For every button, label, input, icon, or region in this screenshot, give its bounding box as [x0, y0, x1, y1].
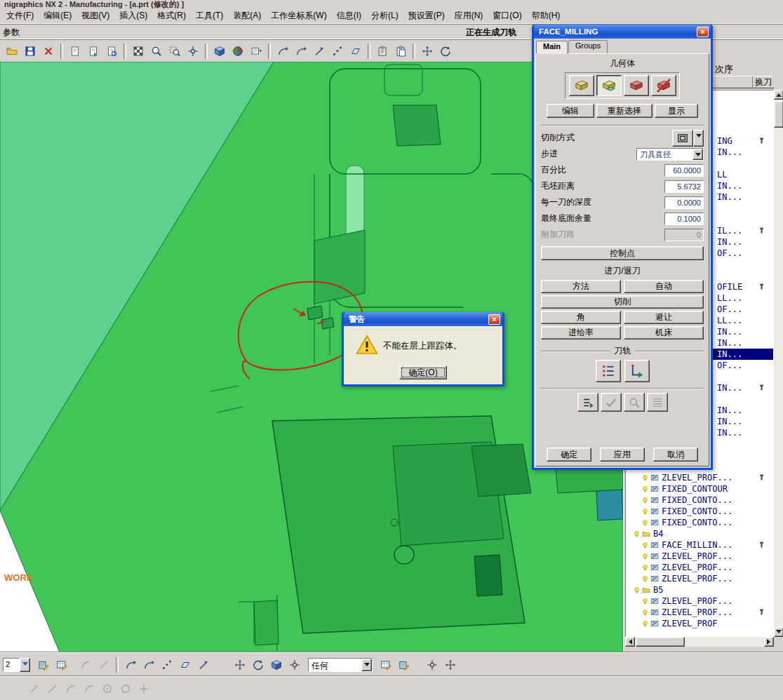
lamp-icon[interactable]	[641, 620, 649, 628]
navigator-row-op[interactable]: ZLEVEL_PROF...	[626, 562, 773, 573]
save-icon[interactable]	[21, 42, 39, 60]
rotate-view-icon[interactable]	[436, 42, 455, 60]
operation-edit-icon[interactable]	[53, 656, 71, 674]
menu-item-8[interactable]: 工作坐标系(W)	[266, 8, 331, 23]
zoom-window-icon[interactable]	[166, 42, 184, 60]
vertical-scrollbar[interactable]	[774, 90, 783, 637]
apply-button[interactable]: 应用	[600, 447, 645, 462]
arc-icon[interactable]	[62, 680, 80, 698]
scroll-right-button[interactable]	[764, 637, 774, 647]
method-button[interactable]: 方法	[541, 280, 621, 293]
view-refresh-icon[interactable]	[66, 42, 84, 60]
point-constructor-icon[interactable]	[158, 656, 176, 674]
scroll-left-button[interactable]	[625, 637, 635, 647]
menu-item-5[interactable]: 格式(R)	[152, 8, 191, 23]
menu-item-10[interactable]: 分析(L)	[366, 8, 403, 23]
arc-2-icon[interactable]	[80, 680, 98, 698]
lamp-icon[interactable]	[641, 508, 649, 516]
scroll-up-button[interactable]	[774, 90, 783, 100]
menu-item-9[interactable]: 信息(I)	[332, 8, 366, 23]
curve-rule-icon[interactable]	[274, 42, 292, 60]
toolpath-gouge-check-icon[interactable]	[624, 393, 645, 412]
navigator-row-op[interactable]: ZLEVEL_PROF...	[626, 573, 773, 584]
point-tool-icon[interactable]	[328, 42, 347, 60]
lamp-icon[interactable]	[641, 609, 649, 617]
menu-item-14[interactable]: 帮助(H)	[527, 8, 566, 23]
warning-titlebar[interactable]: 警告 ×	[344, 312, 502, 326]
menu-item-3[interactable]: 视图(V)	[76, 8, 114, 23]
corner-button[interactable]: 角	[541, 311, 621, 324]
avoidance-button[interactable]: 避让	[624, 311, 704, 324]
edge-rule-icon[interactable]	[292, 42, 310, 60]
feed-rate-button[interactable]: 进给率	[541, 326, 621, 339]
lamp-icon[interactable]	[641, 575, 649, 583]
final-floor-stock-field[interactable]: 0.1000	[664, 213, 704, 225]
tab-main[interactable]: Main	[536, 41, 568, 54]
geometry-check-icon[interactable]	[624, 75, 649, 96]
column-tool-change[interactable]: 换刀	[752, 76, 774, 88]
geometry-blank-icon[interactable]	[596, 75, 622, 96]
lamp-icon[interactable]	[641, 485, 649, 493]
menu-item-12[interactable]: 应用(N)	[450, 8, 488, 23]
menu-item-1[interactable]: 文件(F)	[1, 8, 39, 23]
geometry-part-icon[interactable]	[569, 75, 594, 96]
stepover-dropdown[interactable]	[692, 149, 703, 160]
open-icon[interactable]	[3, 42, 21, 60]
shaded-view-icon[interactable]	[210, 42, 229, 60]
navigator-row-group[interactable]: B4	[626, 528, 773, 539]
horizontal-scroll-thumb[interactable]	[636, 637, 685, 647]
delete-icon[interactable]	[39, 42, 58, 60]
view-layout-icon[interactable]	[247, 42, 265, 60]
menu-item-11[interactable]: 预设置(P)	[403, 8, 450, 23]
percent-field[interactable]: 60.0000	[664, 164, 704, 177]
navigator-row-op[interactable]: ZLEVEL_PROF...	[626, 607, 773, 618]
cut-method-combo[interactable]	[672, 130, 704, 147]
snap-point-icon[interactable]	[286, 656, 304, 674]
lamp-icon[interactable]	[641, 598, 649, 605]
line-2-icon[interactable]	[44, 680, 62, 698]
horizontal-scrollbar[interactable]	[625, 637, 774, 647]
tool-edit-icon[interactable]	[34, 656, 53, 674]
navigator-row-op[interactable]: ZLEVEL_PROF...	[626, 551, 773, 562]
close-icon[interactable]: ×	[488, 314, 500, 325]
lamp-icon[interactable]	[633, 530, 641, 538]
vector-tool-icon[interactable]	[310, 42, 328, 60]
lamp-icon[interactable]	[641, 553, 649, 560]
pan-icon[interactable]	[184, 42, 202, 60]
paste-icon[interactable]	[392, 42, 410, 60]
display-mode-icon[interactable]	[129, 42, 147, 60]
dynamic-wcs-icon[interactable]	[231, 656, 249, 674]
lamp-icon[interactable]	[633, 586, 641, 594]
menu-item-2[interactable]: 编辑(E)	[39, 8, 76, 23]
scroll-down-button[interactable]	[774, 627, 783, 637]
menu-item-7[interactable]: 装配(A)	[228, 8, 266, 23]
vector-constructor-icon[interactable]	[194, 656, 213, 674]
cut-method-dropdown[interactable]	[693, 130, 704, 147]
vertical-scroll-thumb[interactable]	[774, 101, 783, 128]
cancel-button[interactable]: 取消	[653, 447, 698, 462]
stepover-combo[interactable]: 刀具直径	[636, 148, 704, 161]
datum-plane-icon[interactable]	[176, 656, 194, 674]
toolpath-edit-icon[interactable]	[624, 360, 650, 382]
machine-button[interactable]: 机床	[624, 326, 704, 339]
lamp-icon[interactable]	[641, 541, 649, 549]
navigator-row-op[interactable]: ZLEVEL_PROF...	[626, 595, 773, 607]
toolpath-replay-icon[interactable]	[577, 393, 598, 412]
navigator-row-op[interactable]: FIXED_CONTOUR	[626, 483, 773, 494]
zoom-level-value[interactable]: 2	[3, 658, 20, 672]
rotate-wcs-icon[interactable]	[249, 656, 267, 674]
menu-item-4[interactable]: 插入(S)	[114, 8, 152, 23]
automatic-button[interactable]: 自动	[624, 280, 704, 293]
orient-view-icon[interactable]	[418, 42, 436, 60]
circle-icon[interactable]	[116, 680, 135, 698]
selection-filter-value[interactable]: 任何	[309, 659, 361, 671]
line-icon[interactable]	[25, 680, 44, 698]
selection-filter-dropdown[interactable]	[361, 659, 372, 671]
close-icon[interactable]: ×	[697, 27, 709, 37]
list-edit-icon[interactable]	[395, 656, 413, 674]
copy-icon[interactable]	[373, 42, 392, 60]
face-milling-titlebar[interactable]: FACE_MILLING ×	[534, 25, 711, 39]
wcs-orient-icon[interactable]	[267, 656, 286, 674]
edit-button[interactable]: 编辑	[547, 104, 594, 118]
toolpath-generate-icon[interactable]	[596, 360, 621, 382]
